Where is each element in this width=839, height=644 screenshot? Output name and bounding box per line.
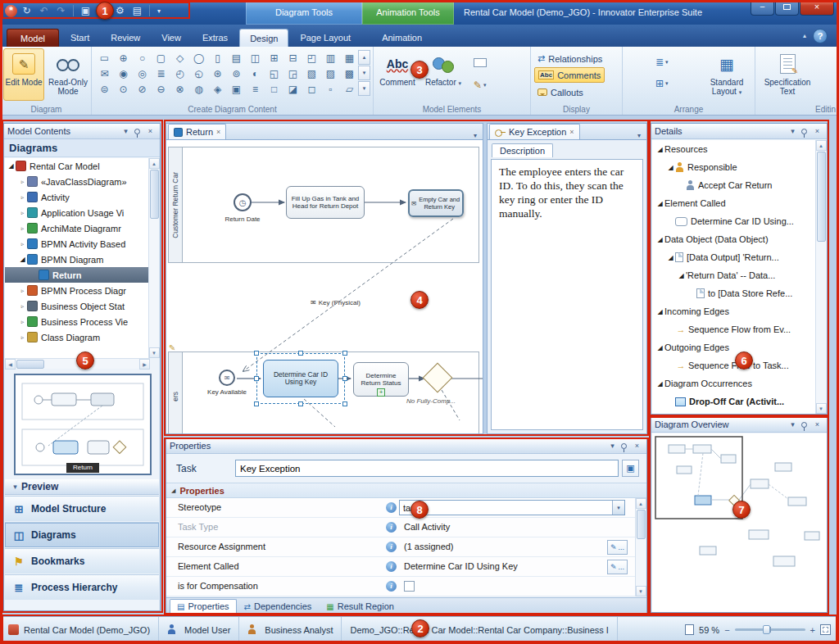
info-icon[interactable]: i (386, 561, 397, 572)
shape-icon[interactable]: ◱ (265, 66, 283, 81)
expander-icon[interactable]: ◢ (677, 272, 686, 279)
scroll-up-icon[interactable]: ▲ (636, 498, 646, 509)
redo-icon[interactable]: ↷ (53, 3, 69, 18)
expander-icon[interactable]: ▹ (18, 179, 27, 185)
task-fill-up-gas[interactable]: Fill Up Gas in Tank and Head for Return … (286, 186, 365, 219)
expander-icon[interactable]: ◢ (655, 308, 664, 315)
edit-mode-button[interactable]: ✎ Edit Mode (3, 48, 44, 101)
info-icon[interactable]: i (386, 542, 397, 552)
preview-collapse-icon[interactable]: ▾ (9, 481, 21, 492)
scroll-down-icon[interactable]: ▼ (149, 347, 160, 358)
tree-item-archimate[interactable]: ▹ArchiMate Diagramr (5, 220, 150, 236)
tree-item-bpmn-diagram[interactable]: ◢BPMN Diagram (5, 252, 150, 267)
shape-icon[interactable]: ▦ (340, 50, 359, 66)
refresh-icon[interactable]: ↻ (19, 3, 34, 18)
shape-icon[interactable]: ▨ (321, 66, 340, 81)
shape-icon[interactable]: ⊜ (95, 81, 114, 97)
shape-icon[interactable]: ▤ (227, 50, 246, 66)
expander-icon[interactable]: ▹ (18, 241, 27, 247)
collapse-ribbon-icon[interactable]: ▴ (803, 32, 806, 39)
shape-icon[interactable]: ◐ (246, 66, 265, 81)
shape-icon[interactable]: ▩ (340, 66, 359, 81)
edit-resource-button[interactable]: ✎... (607, 540, 628, 555)
minimize-button[interactable]: − (751, 0, 774, 16)
tab-view[interactable]: View (152, 29, 191, 47)
tab-animation[interactable]: Animation (372, 29, 432, 47)
expander-icon[interactable]: ◢ (655, 236, 664, 243)
tab-result-region[interactable]: ▦Result Region (319, 599, 401, 614)
scroll-down-icon[interactable]: ▼ (816, 403, 827, 414)
fit-to-window-icon[interactable] (820, 624, 831, 635)
element-name-input[interactable] (235, 460, 619, 477)
pin-icon[interactable] (134, 129, 140, 134)
contextual-tab-animation-tools[interactable]: Animation Tools (362, 0, 454, 25)
panel-dropdown-icon[interactable]: ▾ (606, 440, 619, 451)
tab-list-dropdown-icon[interactable]: ▾ (469, 132, 481, 139)
console-icon[interactable]: ▣ (78, 3, 93, 18)
shape-icon[interactable]: ◈ (208, 81, 227, 97)
tree-item-class-diagram[interactable]: ▹Class Diagram (5, 329, 150, 345)
panel-close-icon[interactable]: × (811, 125, 823, 137)
pen-tool-button[interactable]: ✎▾ (470, 76, 490, 94)
selection-handle[interactable] (254, 376, 259, 381)
selection-handle[interactable] (254, 351, 259, 356)
details-item-data-output[interactable]: ◢[Data Output] 'Return... (652, 248, 817, 266)
scroll-up-icon[interactable]: ▲ (149, 158, 160, 169)
shape-icon[interactable]: ◍ (189, 81, 208, 97)
tree-item-business-object[interactable]: ▹Business Object Stat (5, 298, 150, 314)
zoom-slider[interactable] (735, 628, 805, 631)
shape-icon[interactable]: ▣ (227, 81, 246, 97)
comments-toggle-button[interactable]: Abc Comments (534, 67, 605, 83)
tab-dependencies[interactable]: ⇄Dependencies (237, 599, 320, 614)
expander-icon[interactable]: ◢ (666, 164, 675, 171)
scroll-right-icon[interactable]: ▶ (139, 359, 150, 370)
panel-dropdown-icon[interactable]: ▾ (787, 419, 799, 430)
help-icon[interactable]: ? (813, 29, 828, 43)
expander-icon[interactable]: ◢ (655, 344, 664, 351)
shape-icon[interactable]: ◻ (302, 81, 321, 97)
tree-item-bpmn-activity-based[interactable]: ▹BPMN Activity Based (5, 236, 150, 252)
tab-close-icon[interactable]: × (216, 128, 220, 136)
sidebar-item-diagrams[interactable]: ◫Diagrams (5, 522, 159, 547)
shape-icon[interactable]: ▥ (321, 50, 340, 66)
details-item-data-object[interactable]: ◢Data Object (Data Object) (652, 230, 817, 248)
standard-layout-button[interactable]: ▦ Standard Layout ▾ (705, 48, 749, 101)
sidebar-item-process-hierarchy[interactable]: ≣Process Hierarchy (5, 574, 159, 600)
tab-list-dropdown-icon[interactable]: ▾ (633, 132, 645, 139)
tab-key-exception[interactable]: Key Exception × (489, 124, 580, 139)
panel-close-icon[interactable]: × (144, 125, 156, 137)
details-item-accept-car-return[interactable]: Accept Car Return (652, 176, 817, 194)
tab-design[interactable]: Design (239, 29, 288, 47)
details-item-diagram-occurrences[interactable]: ◢Diagram Occurrences (652, 374, 817, 392)
shape-icon[interactable]: ⊗ (170, 81, 189, 97)
zoom-slider-handle[interactable] (763, 625, 770, 634)
shape-icon[interactable]: ◰ (302, 50, 321, 66)
tab-page-layout[interactable]: Page Layout (290, 29, 361, 47)
pin-icon[interactable] (801, 129, 807, 134)
details-item-determine-car-id[interactable]: Determine Car ID Using... (652, 212, 817, 230)
sidebar-item-bookmarks[interactable]: ⚑Bookmarks (5, 548, 159, 574)
expander-icon[interactable]: ▹ (18, 210, 27, 216)
details-item-resources[interactable]: ◢Resources (652, 140, 817, 158)
shape-icon[interactable]: ⊘ (133, 81, 152, 97)
shape-icon[interactable]: ◴ (170, 66, 189, 81)
shape-icon[interactable]: □ (265, 81, 283, 97)
selection-handle[interactable] (342, 351, 347, 356)
expander-icon[interactable]: ▹ (18, 194, 27, 201)
gallery-scroll-down-icon[interactable]: ▾ (358, 66, 370, 80)
details-item-seq-flow-from[interactable]: →Sequence Flow from Ev... (652, 320, 817, 338)
expander-icon[interactable]: ▹ (18, 288, 27, 294)
shape-icon[interactable]: ≣ (152, 66, 170, 81)
stereotype-dropdown[interactable]: task ▾ (399, 500, 625, 515)
task-determine-return-status[interactable]: Determine Return Status + (353, 362, 409, 397)
scroll-thumb[interactable] (817, 152, 826, 242)
compensation-checkbox[interactable] (404, 581, 415, 592)
scroll-thumb[interactable] (16, 360, 44, 369)
tree-vertical-scrollbar[interactable]: ▲ ▼ (148, 158, 159, 358)
tree-item-business-process[interactable]: ▹Business Process Vie (5, 314, 150, 329)
qat-dropdown-icon[interactable]: ▾ (154, 3, 164, 18)
properties-vertical-scrollbar[interactable]: ▲ ▼ (635, 498, 646, 596)
expander-icon[interactable]: ▹ (18, 334, 27, 341)
zoom-page-icon[interactable] (685, 624, 694, 635)
shape-icon[interactable]: ▭ (95, 50, 114, 66)
